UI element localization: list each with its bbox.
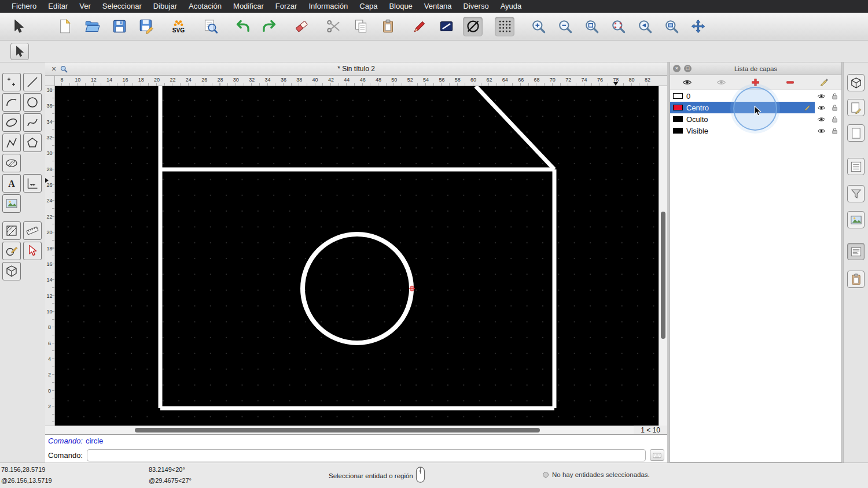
layer-row-main[interactable]: 0 [670,90,815,102]
layer-row-centro[interactable]: Centro [670,102,841,113]
layer-row-oculto[interactable]: Oculto [670,113,841,125]
h-ruler-number: 56 [439,77,444,83]
redo-button[interactable] [259,17,279,36]
panel-close-button[interactable]: × [673,65,681,72]
select-tool-button[interactable] [10,43,29,60]
layer-visibility-eye-icon[interactable] [815,92,828,101]
menu-capa[interactable]: Capa [354,0,383,13]
layer-lock-icon[interactable] [828,92,841,101]
dock-library-button[interactable] [847,211,865,228]
tool-text-button[interactable]: A [2,174,21,193]
cut-button[interactable] [323,17,343,36]
menu-editar[interactable]: Editar [42,0,73,13]
tool-image-button[interactable] [2,194,21,213]
horizontal-scrollbar[interactable] [45,426,634,434]
pen-edit-button[interactable] [410,17,429,36]
tool-measure-button[interactable] [23,221,42,240]
tool-dimension-button[interactable] [23,174,42,193]
save-button[interactable] [109,17,129,36]
tool-spline-button[interactable] [23,113,42,132]
menu-acotacion[interactable]: Acotación [183,0,227,13]
menu-informacion[interactable]: Información [303,0,354,13]
dock-command-widget-button[interactable] [847,243,865,260]
tool-select-red-button[interactable] [23,242,42,260]
dock-new-panel-button[interactable] [847,124,865,142]
new-document-button[interactable] [55,17,75,36]
export-svg-button[interactable]: SVG [168,17,188,36]
zoom-previous-button[interactable] [635,17,654,36]
menu-fichero[interactable]: Fichero [6,0,42,13]
show-all-layers-button[interactable] [682,77,692,87]
zoom-redraw-button[interactable] [608,17,628,36]
select-button[interactable] [9,17,28,36]
horizontal-scrollbar-thumb[interactable] [135,428,540,432]
menu-ventana[interactable]: Ventana [418,0,458,13]
layer-edit-pencil-icon[interactable] [804,104,811,112]
layer-row-main[interactable]: Centro [670,102,815,113]
tool-cube-button[interactable] [2,262,21,280]
dock-3d-view-button[interactable] [847,74,865,91]
erase-button[interactable] [292,17,311,36]
remove-layer-button[interactable] [785,77,795,87]
tool-points-button[interactable] [2,73,21,91]
vertical-scrollbar-thumb[interactable] [661,212,665,339]
copy-button[interactable] [351,17,370,36]
panel-float-button[interactable]: □ [684,65,692,72]
menu-dibujar[interactable]: Dibujar [148,0,183,13]
layer-lock-icon[interactable] [828,115,841,124]
layer-lock-icon[interactable] [828,127,841,135]
command-input[interactable] [87,449,646,461]
zoom-pan-button[interactable] [688,17,708,36]
layer-row-main[interactable]: Oculto [670,113,815,125]
menu-ayuda[interactable]: Ayuda [495,0,528,13]
vertical-scrollbar[interactable] [659,86,667,426]
grid-toggle-button[interactable] [495,17,514,36]
undo-button[interactable] [233,17,252,36]
keyboard-toggle-button[interactable] [650,449,664,461]
tool-line-button[interactable] [23,73,42,91]
layer-row-0[interactable]: 0 [670,90,841,102]
hide-all-layers-button[interactable] [716,77,726,87]
h-ruler-number: 66 [518,77,524,83]
palette-row [2,93,45,112]
save-as-button[interactable] [137,17,156,36]
zoom-out-button[interactable] [555,17,575,36]
menu-ver[interactable]: Ver [73,0,97,13]
dock-filter-button[interactable] [847,185,865,202]
tool-hatch-button[interactable] [2,154,21,172]
layer-lock-icon[interactable] [828,103,841,112]
zoom-auto-button[interactable] [582,17,601,36]
print-preview-button[interactable] [200,17,220,36]
layer-row-main[interactable]: Visible [670,125,815,136]
drawing-canvas[interactable] [55,86,659,426]
tool-circle-button[interactable] [23,93,42,112]
edit-layer-button[interactable] [819,77,829,87]
tool-arc-button[interactable] [2,93,21,112]
menu-modificar[interactable]: Modificar [227,0,270,13]
layer-row-visible[interactable]: Visible [670,125,841,136]
menu-seleccionar[interactable]: Seleccionar [97,0,148,13]
layer-visibility-eye-icon[interactable] [815,127,828,135]
add-layer-button[interactable] [751,77,760,87]
zoom-in-button[interactable] [528,17,548,36]
layer-visibility-eye-icon[interactable] [815,103,828,112]
construction-lines-button[interactable] [463,17,483,36]
menu-bloque[interactable]: Bloque [383,0,418,13]
menu-forzar[interactable]: Forzar [270,0,303,13]
paste-button[interactable] [378,17,398,36]
dock-block-list-button[interactable] [847,158,865,175]
vertical-ruler: 383634323028262422201816141210864202 [45,86,55,426]
menu-diverso[interactable]: Diverso [458,0,495,13]
entity-attributes-button[interactable] [436,17,456,36]
zoom-window-button[interactable] [661,17,681,36]
tool-modify-button[interactable] [2,242,21,260]
close-document-icon[interactable]: × [50,63,58,75]
layer-visibility-eye-icon[interactable] [815,115,828,124]
tool-polygon-button[interactable] [23,134,42,152]
tool-ellipse-button[interactable] [2,113,21,132]
tool-polyline-button[interactable] [2,134,21,152]
tool-explode-button[interactable] [2,221,21,240]
open-file-button[interactable] [82,17,102,36]
dock-block-editor-button[interactable] [847,99,865,116]
dock-clipboard-button[interactable] [847,271,865,288]
